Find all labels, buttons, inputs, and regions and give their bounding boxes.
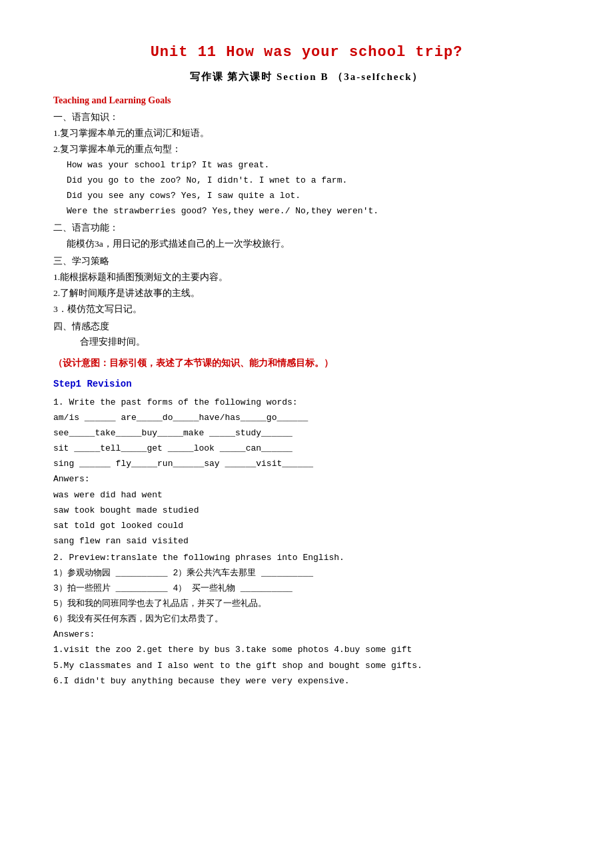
step1-item1-answers-label: Anwers: [53, 472, 560, 487]
design-note: （设计意图：目标引领，表述了本节课的知识、能力和情感目标。） [53, 355, 560, 371]
section4-heading-text: 四、情感态度 [53, 319, 560, 335]
step1-item2-answer2: 5.My classmates and I also went to the g… [53, 659, 560, 673]
teaching-goals-header: Teaching and Learning Goals [53, 93, 560, 109]
step1-item1-line2: see_____take_____buy_____make _____study… [53, 426, 560, 441]
step1-item2-line4: 6）我没有买任何东西，因为它们太昂贵了。 [53, 612, 560, 627]
step1-item1-answer3: sat told got looked could [53, 519, 560, 533]
section3-heading-text: 三、学习策略 [53, 254, 560, 269]
section3-item1: 1.能根据标题和插图预测短文的主要内容。 [53, 270, 560, 285]
section1-sentence4: Were the strawberries good? Yes,they wer… [53, 204, 560, 219]
section3-block: 三、学习策略 1.能根据标题和插图预测短文的主要内容。 2.了解时间顺序是讲述故… [53, 254, 560, 317]
section4-block: 四、情感态度 合理安排时间。 [53, 319, 560, 351]
step1-item2-answers-label: Answers: [53, 627, 560, 642]
subtitle: 写作课 第六课时 Section B （3a-selfcheck） [53, 69, 560, 86]
step1-item2-block: 2. Preview:translate the following phras… [53, 551, 560, 689]
step1-header: Step1 Revision [53, 377, 560, 393]
step1-item1-instruction: 1. Write the past forms of the following… [53, 395, 560, 410]
step1-item1-line4: sing ______ fly_____run______say ______v… [53, 457, 560, 471]
section4-item: 合理安排时间。 [53, 335, 560, 350]
section1-sentence1: How was your school trip? It was great. [53, 158, 560, 173]
section1-heading: 一、语言知识： 1.复习掌握本单元的重点词汇和短语。 2.复习掌握本单元的重点句… [53, 110, 560, 219]
step1-item2-answer3: 6.I didn't buy anything because they wer… [53, 674, 560, 689]
step1-item1-line1: am/is ______ are_____do_____have/has____… [53, 411, 560, 425]
section1-item1: 1.复习掌握本单元的重点词汇和短语。 [53, 126, 560, 141]
step1-item1-block: 1. Write the past forms of the following… [53, 395, 560, 549]
step1-item1-answer1: was were did had went [53, 488, 560, 503]
page-title: Unit 11 How was your school trip? [53, 40, 560, 65]
section3-item2: 2.了解时间顺序是讲述故事的主线。 [53, 286, 560, 301]
section1-item2: 2.复习掌握本单元的重点句型： [53, 142, 560, 157]
step1-item2-line2: 3）拍一些照片 __________ 4） 买一些礼物 __________ [53, 581, 560, 596]
section1-heading-text: 一、语言知识： [53, 110, 560, 125]
section2-heading-text: 二、语言功能： [53, 221, 560, 236]
section1-sentence2: Did you go to the zoo? No, I didn't. I w… [53, 173, 560, 188]
step1-item1-answer4: sang flew ran said visited [53, 534, 560, 549]
step1-item1-line3: sit _____tell_____get _____look _____can… [53, 441, 560, 456]
step1-item2-answer1: 1.visit the zoo 2.get there by bus 3.tak… [53, 643, 560, 657]
step1-item2-line3: 5）我和我的同班同学也去了礼品店，并买了一些礼品。 [53, 597, 560, 611]
step1-item2-instruction: 2. Preview:translate the following phras… [53, 551, 560, 565]
section1-sentence3: Did you see any cows? Yes, I saw quite a… [53, 189, 560, 203]
step1-item1-answer2: saw took bought made studied [53, 503, 560, 518]
section2-item: 能模仿3a，用日记的形式描述自己的上一次学校旅行。 [53, 237, 560, 252]
step1-item2-line1: 1）参观动物园 __________ 2）乘公共汽车去那里 __________ [53, 566, 560, 581]
section3-item3: 3．模仿范文写日记。 [53, 302, 560, 317]
section2-block: 二、语言功能： 能模仿3a，用日记的形式描述自己的上一次学校旅行。 [53, 221, 560, 252]
